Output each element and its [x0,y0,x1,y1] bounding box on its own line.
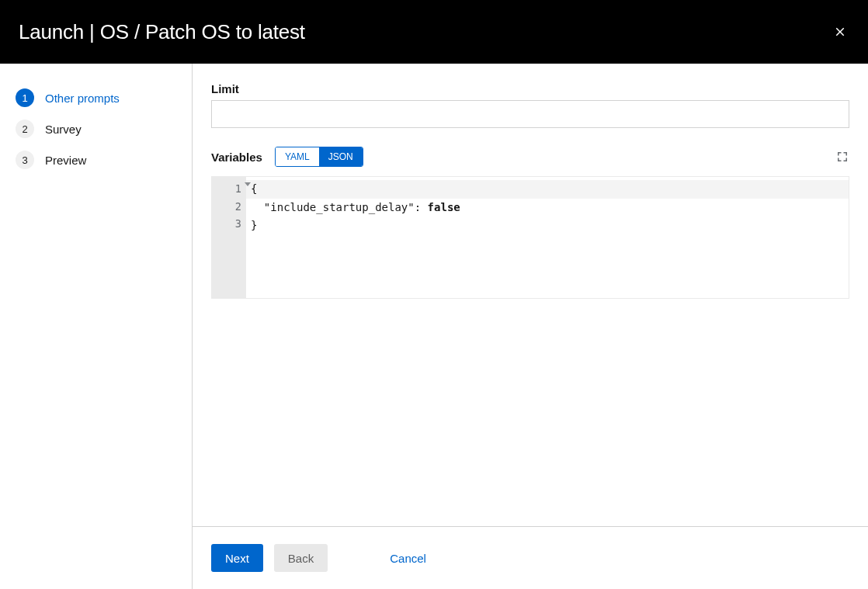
wizard-step-preview[interactable]: 3 Preview [16,144,176,175]
format-toggle: YAML JSON [275,147,363,167]
code-gutter: 1 2 3 [212,177,246,298]
step-number: 3 [16,151,34,169]
variables-code-editor[interactable]: 1 2 3 { "include_startup_delay": false} [211,176,849,299]
close-icon [833,25,847,39]
cancel-button[interactable]: Cancel [376,544,440,572]
step-number: 1 [16,88,34,107]
close-button[interactable] [831,23,849,41]
modal-header: Launch | OS / Patch OS to latest [0,0,868,64]
modal-body: 1 Other prompts 2 Survey 3 Preview Limit [0,64,868,589]
limit-input[interactable] [211,100,849,128]
modal-title: Launch | OS / Patch OS to latest [19,20,305,44]
back-button[interactable]: Back [274,544,328,572]
expand-icon [835,150,849,164]
format-option-yaml[interactable]: YAML [276,147,319,166]
limit-label: Limit [211,82,239,95]
step-label: Preview [45,154,86,167]
wizard-steps-sidebar: 1 Other prompts 2 Survey 3 Preview [0,64,193,589]
wizard-footer: Next Back Cancel [193,526,868,589]
main-panel: Limit Variables YAML JSON [193,64,868,589]
next-button[interactable]: Next [211,544,263,572]
wizard-step-survey[interactable]: 2 Survey [16,113,176,144]
wizard-step-other-prompts[interactable]: 1 Other prompts [16,82,176,113]
step-number: 2 [16,120,34,138]
fold-marker-icon[interactable] [245,182,251,186]
expand-editor-button[interactable] [835,150,849,164]
variables-field: Variables YAML JSON 1 [211,147,849,299]
step-label: Survey [45,123,82,136]
step-label: Other prompts [45,92,120,105]
code-body[interactable]: { "include_startup_delay": false} [246,177,849,298]
variables-label: Variables [211,151,262,164]
format-option-json[interactable]: JSON [319,147,363,166]
form-area: Limit Variables YAML JSON [193,64,868,526]
limit-field: Limit [211,82,849,128]
